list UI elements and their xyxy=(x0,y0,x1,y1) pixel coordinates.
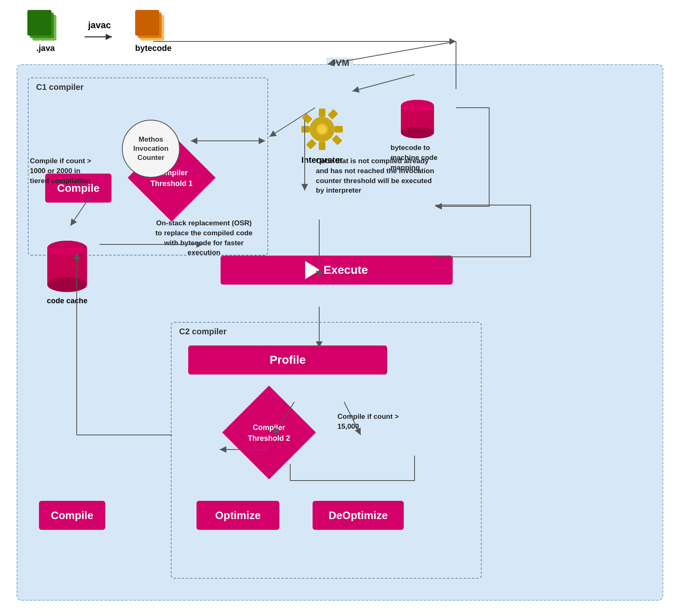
svg-rect-12 xyxy=(301,126,310,133)
svg-point-17 xyxy=(318,125,326,133)
java-label: .java xyxy=(36,43,55,53)
svg-rect-10 xyxy=(319,142,325,150)
deoptimize-button[interactable]: DeOptimize xyxy=(313,501,404,530)
counter-label: MethosInvocationCounter xyxy=(133,135,168,162)
svg-rect-11 xyxy=(335,126,343,133)
c2-compiler-box: C2 compiler Profile CompilerThreshold 2 … xyxy=(171,322,482,579)
svg-rect-13 xyxy=(327,109,338,119)
svg-point-25 xyxy=(47,241,87,256)
c2-label: C2 compiler xyxy=(179,327,226,336)
mapping-cylinder-icon xyxy=(399,98,436,140)
code-cache-label: code cache xyxy=(44,297,90,305)
bytecode-icon xyxy=(133,8,174,41)
bytecode-files-group: bytecode xyxy=(133,8,174,53)
java-files-group: .java xyxy=(25,8,66,53)
c2-threshold-diamond: CompilerThreshold 2 xyxy=(222,386,316,479)
c1-compile-annotation: Compile if count > 1000 or 2000 in tiere… xyxy=(30,156,100,186)
svg-rect-14 xyxy=(306,139,316,149)
c2-compile-button[interactable]: Compile xyxy=(39,501,105,530)
javac-arrow-icon xyxy=(83,32,116,41)
svg-point-24 xyxy=(47,277,87,292)
jvm-label: JVM xyxy=(326,58,353,68)
osr-annotation: On-stack replacement (OSR)to replace the… xyxy=(146,218,262,258)
code-cache-cylinder: code cache xyxy=(44,239,90,305)
jvm-box: JVM C1 compiler Compile CompilerThreshol… xyxy=(17,64,663,601)
c2-compile-annotation: Compile if count >15,000 xyxy=(337,412,420,432)
svg-point-20 xyxy=(401,127,434,138)
svg-point-21 xyxy=(401,100,434,111)
interpreter-gear-icon xyxy=(299,106,345,152)
optimize-button[interactable]: Optimize xyxy=(196,501,279,530)
play-icon xyxy=(305,261,320,279)
profile-button[interactable]: Profile xyxy=(188,345,387,374)
svg-rect-15 xyxy=(332,135,342,145)
c2-threshold-label: CompilerThreshold 2 xyxy=(248,423,290,442)
code-cache-icon xyxy=(44,239,90,293)
javac-label: javac xyxy=(88,20,111,31)
svg-rect-16 xyxy=(302,113,312,123)
execute-button[interactable]: Execute xyxy=(221,256,453,285)
interpreter-annotation: Code that is not compiled alreadyand has… xyxy=(316,156,490,196)
c1-label: C1 compiler xyxy=(36,82,83,92)
bytecode-label: bytecode xyxy=(135,43,172,53)
svg-rect-9 xyxy=(319,109,325,117)
svg-rect-6 xyxy=(135,10,159,36)
diagram-canvas: .java javac bytecode J xyxy=(0,0,684,616)
svg-rect-2 xyxy=(27,10,51,36)
counter-circle: MethosInvocationCounter xyxy=(122,120,180,178)
java-icon xyxy=(25,8,66,41)
top-area: .java javac bytecode xyxy=(25,8,174,53)
javac-arrow-area: javac xyxy=(83,20,116,41)
